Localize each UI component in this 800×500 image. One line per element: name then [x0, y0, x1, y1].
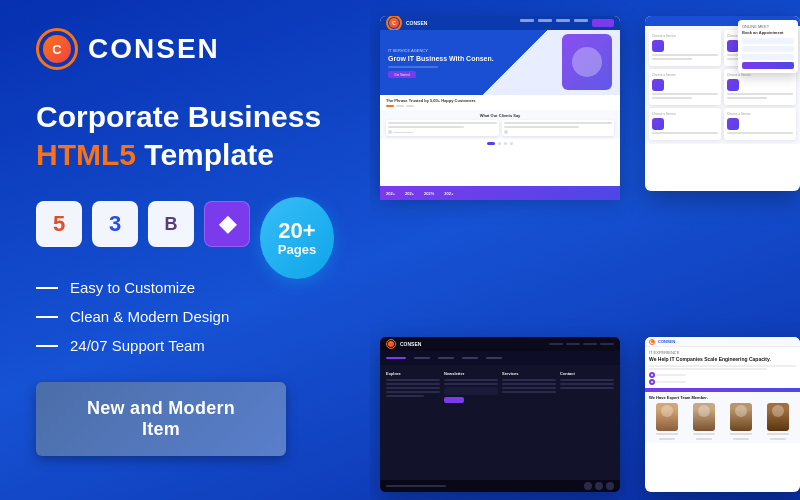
headline-html5: HTML5: [36, 138, 136, 171]
mock-copyright: [380, 480, 620, 492]
stat-3: 202%: [424, 191, 434, 196]
mock-trusted: The Phrase Trusted by 5,00+ Happy Custom…: [380, 95, 620, 110]
mock-clients: What Our Clients Say: [380, 110, 620, 139]
headline-line1: Corporate Business: [36, 100, 321, 133]
mock-appointment-form: ONLINE MEET Book an Appointment: [738, 20, 798, 73]
mockup-container: C CONSEN IT SERVICE AGENCY Gro: [370, 0, 800, 500]
css3-icon: 3: [92, 201, 138, 247]
features-list: Easy to Customize Clean & Modern Design …: [36, 279, 334, 354]
tech-icons-row: 5 3 B ◆ 20+ Pages: [36, 197, 334, 279]
mockup-third: CONSEN: [380, 337, 620, 492]
mock-dark-col-2: Newsletter: [444, 371, 498, 403]
feature-item-1: Easy to Customize: [36, 279, 334, 296]
brand-name: CONSEN: [88, 33, 220, 65]
service-icon-5: [652, 118, 664, 130]
service-card-5: Choose a Service: [649, 108, 721, 140]
avatar-1: [656, 403, 678, 431]
service-icon-3: [652, 79, 664, 91]
service-card-4: Choose a Service: [724, 69, 796, 105]
mockup-main: C CONSEN IT SERVICE AGENCY Gro: [380, 16, 620, 191]
team-member-2: [686, 403, 721, 440]
service-icon-1: [652, 40, 664, 52]
headline: Corporate Business HTML5 Template: [36, 98, 334, 173]
html5-icon: 5: [36, 201, 82, 247]
mock-team-cards: [649, 403, 796, 440]
avatar-2: [693, 403, 715, 431]
page-container: C CONSEN Corporate Business HTML5 Templa…: [0, 0, 800, 500]
feature-label-1: Easy to Customize: [70, 279, 195, 296]
mockup-fourth: CONSEN IT EXPERIENCE We Help IT Companie…: [645, 337, 800, 492]
cta-button[interactable]: New and Modern Item: [36, 382, 286, 456]
stack-icon: ◆: [204, 201, 250, 247]
logo-icon: C: [36, 28, 78, 70]
mock-team-title: We Have Expert Team Member.: [649, 395, 796, 400]
pages-label: Pages: [278, 243, 316, 257]
logo-letter: C: [43, 35, 71, 63]
service-card-6: Choose a Service: [724, 108, 796, 140]
mock-nav-row: [380, 351, 620, 365]
feature-item-2: Clean & Modern Design: [36, 308, 334, 325]
feature-dash-2: [36, 316, 58, 318]
mock-dark-col-4: Contact: [560, 371, 614, 403]
avatar-3: [730, 403, 752, 431]
mock-pagination: [380, 139, 620, 148]
tech-icons-group: 5 3 B ◆: [36, 201, 250, 247]
avatar-4: [767, 403, 789, 431]
service-icon-4: [727, 79, 739, 91]
mock-company-section: IT EXPERIENCE We Help IT Companies Scale…: [645, 347, 800, 388]
feature-dash-1: [36, 287, 58, 289]
mock-nav-links: [520, 19, 614, 27]
stat-1: 202+: [386, 191, 395, 196]
stat-2: 202+: [405, 191, 414, 196]
service-card-3: Choose a Service: [649, 69, 721, 105]
team-member-1: [649, 403, 684, 440]
mock-hero: IT SERVICE AGENCY Grow IT Business With …: [380, 30, 620, 95]
mock-stats-bar: 202+ 202+ 202% 202+: [380, 186, 620, 200]
mock-grow: IT SERVICE AGENCY Grow IT Business With …: [382, 44, 500, 82]
mock-dark-nav: CONSEN: [380, 337, 620, 351]
mock-team-section: We Have Expert Team Member.: [645, 392, 800, 443]
mock-fourth-nav: CONSEN: [645, 337, 800, 347]
feature-item-3: 24/07 Support Team: [36, 337, 334, 354]
mock-main-nav: C CONSEN: [380, 16, 620, 30]
team-member-4: [761, 403, 796, 440]
mock-consen-logo: CONSEN: [406, 20, 427, 26]
headline-template: Template: [136, 138, 274, 171]
feature-label-3: 24/07 Support Team: [70, 337, 205, 354]
mock-dark-col-1: Explore: [386, 371, 440, 403]
service-icon-6: [727, 118, 739, 130]
mock-hero-image: [562, 34, 612, 90]
mock-dark-logo: CONSEN: [400, 341, 421, 347]
pages-number: 20+: [278, 219, 315, 243]
right-panel: C CONSEN IT SERVICE AGENCY Gro: [370, 0, 800, 500]
mock-grow-title: Grow IT Business With Consen.: [388, 54, 494, 63]
mock-dark-columns: Explore Newsletter: [386, 369, 614, 403]
service-card-1: Choose a Service: [649, 30, 721, 66]
stat-4: 202+: [444, 191, 453, 196]
pages-badge: 20+ Pages: [260, 197, 334, 279]
feature-label-2: Clean & Modern Design: [70, 308, 229, 325]
mock-dark-body: Explore Newsletter: [380, 365, 620, 492]
mock-dark-col-3: Services: [502, 371, 556, 403]
feature-dash-3: [36, 345, 58, 347]
team-member-3: [724, 403, 759, 440]
bootstrap-icon: B: [148, 201, 194, 247]
left-panel: C CONSEN Corporate Business HTML5 Templa…: [0, 0, 370, 500]
logo-row: C CONSEN: [36, 28, 334, 70]
mock-company-title: We Help IT Companies Scale Engineering C…: [649, 356, 796, 363]
